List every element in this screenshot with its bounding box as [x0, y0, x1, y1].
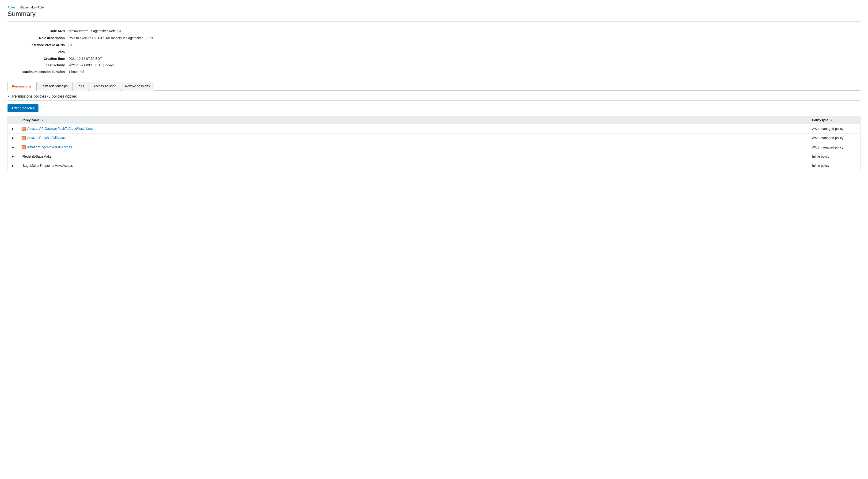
- table-row: ▶-SageMakerEndpointInvokeAccessInline po…: [8, 161, 861, 170]
- max-session-edit-link[interactable]: Edit: [80, 70, 85, 74]
- policy-type-cell: AWS managed policy: [809, 142, 861, 152]
- instance-profile-value: ⧉: [68, 43, 73, 47]
- col-policy-type-header[interactable]: Policy type ▼: [809, 116, 861, 124]
- tab-revoke-sessions[interactable]: Revoke sessions: [121, 82, 154, 91]
- table-header-row: Policy name ▼ Policy type ▼: [8, 116, 861, 124]
- policy-type-cell: Inline policy: [809, 152, 861, 161]
- table-row: ▶AmazonAPIGatewayPushToCloudWatchLogsAWS…: [8, 124, 861, 133]
- policy-name-link[interactable]: AmazonAPIGatewayPushToCloudWatchLogs: [27, 127, 93, 130]
- role-arn-suffix: -Sagemaker-Role: [90, 29, 116, 33]
- path-value: /: [68, 50, 69, 54]
- permissions-section: ▼ Permissions policies (5 policies appli…: [7, 91, 861, 170]
- attach-policies-button[interactable]: Attach policies: [7, 104, 38, 112]
- max-session-value: 1 hour Edit: [68, 70, 85, 74]
- last-activity-text: 2021-10-21 09:16 EDT (Today): [68, 63, 114, 67]
- role-description-separator: |: [145, 36, 146, 40]
- policy-name-text: -Redshift-SageMaker: [22, 155, 53, 158]
- tab-trust-relationships[interactable]: Trust relationships: [36, 82, 72, 91]
- breadcrumb-roles-link[interactable]: Roles: [7, 6, 15, 9]
- role-description-row: Role description Role to execute H2O-3 /…: [7, 35, 861, 41]
- policy-type-cell: AWS managed policy: [809, 133, 861, 142]
- policy-name-cell: AmazonRedshiftFullAccess: [18, 133, 809, 142]
- policy-name-link[interactable]: AmazonSageMakerFullAccess: [27, 145, 72, 149]
- expand-cell: ▶: [8, 124, 18, 133]
- last-activity-value: 2021-10-21 09:16 EDT (Today): [68, 63, 114, 67]
- policy-type-cell: Inline policy: [809, 161, 861, 170]
- expand-cell: ▶: [8, 133, 18, 142]
- policy-icon: [22, 127, 26, 131]
- role-description-text: Role to execute H2O-3 / DAI models in Sa…: [68, 36, 143, 40]
- copy-arn-button[interactable]: ⧉: [118, 29, 122, 33]
- breadcrumb: Roles > -Sagemaker-Role: [7, 6, 861, 9]
- policy-name-cell: -SageMakerEndpointInvokeAccess: [18, 161, 809, 170]
- expand-button[interactable]: ▶: [11, 155, 15, 159]
- tabs-container: Permissions Trust relationships Tags Acc…: [7, 82, 861, 91]
- title-divider: [7, 21, 861, 22]
- expand-button[interactable]: ▶: [11, 136, 15, 140]
- summary-table: Role ARN arn:aws:iam:: -Sagemaker-Role ⧉…: [7, 27, 861, 75]
- role-arn-label: Role ARN: [7, 29, 68, 33]
- max-session-label: Maximum session duration: [7, 70, 68, 74]
- policy-icon: [22, 136, 26, 140]
- col-checkbox-header: [8, 116, 18, 124]
- expand-button[interactable]: ▶: [11, 127, 15, 131]
- policy-name-text: -SageMakerEndpointInvokeAccess: [22, 164, 73, 167]
- tab-permissions[interactable]: Permissions: [7, 82, 36, 91]
- role-arn-value: arn:aws:iam:: -Sagemaker-Role ⧉: [68, 29, 122, 33]
- expand-cell: ▶: [8, 152, 18, 161]
- col-policy-name-header[interactable]: Policy name ▼: [18, 116, 809, 124]
- policy-name-link[interactable]: AmazonRedshiftFullAccess: [27, 136, 67, 139]
- policy-type-sort-icon: ▼: [830, 119, 833, 122]
- expand-button[interactable]: ▶: [11, 146, 15, 150]
- policy-name-cell: AmazonSageMakerFullAccess: [18, 142, 809, 152]
- role-arn-text: arn:aws:iam::: [68, 29, 88, 33]
- copy-instance-profile-button[interactable]: ⧉: [68, 43, 73, 47]
- policy-name-sort-icon: ▼: [41, 119, 44, 122]
- expand-cell: ▶: [8, 142, 18, 152]
- expand-button[interactable]: ▶: [11, 164, 15, 168]
- policy-type-cell: AWS managed policy: [809, 124, 861, 133]
- creation-time-text: 2021-10-12 07:56 EDT: [68, 57, 102, 61]
- policy-icon: [22, 145, 26, 150]
- breadcrumb-current: -Sagemaker-Role: [20, 6, 43, 9]
- role-description-value: Role to execute H2O-3 / DAI models in Sa…: [68, 36, 153, 40]
- section-header: ▼ Permissions policies (5 policies appli…: [7, 91, 861, 101]
- collapse-icon[interactable]: ▼: [7, 95, 10, 98]
- max-session-row: Maximum session duration 1 hour Edit: [7, 68, 861, 75]
- expand-cell: ▶: [8, 161, 18, 170]
- path-row: Path /: [7, 49, 861, 55]
- path-text: /: [68, 50, 69, 54]
- tab-access-advisor[interactable]: Access Advisor: [89, 82, 120, 91]
- last-activity-label: Last activity: [7, 63, 68, 67]
- role-arn-row: Role ARN arn:aws:iam:: -Sagemaker-Role ⧉: [7, 27, 861, 35]
- role-description-label: Role description: [7, 36, 68, 40]
- creation-time-value: 2021-10-12 07:56 EDT: [68, 57, 102, 61]
- policies-table: Policy name ▼ Policy type ▼ ▶AmazonAPIGa…: [7, 116, 861, 170]
- max-session-text: 1 hour: [68, 70, 78, 74]
- page-title: Summary: [7, 10, 861, 18]
- tab-tags[interactable]: Tags: [72, 82, 88, 91]
- path-label: Path: [7, 50, 68, 54]
- policy-name-cell: -Redshift-SageMaker: [18, 152, 809, 161]
- instance-profile-label: Instance Profile ARNs: [7, 43, 68, 47]
- table-row: ▶AmazonRedshiftFullAccessAWS managed pol…: [8, 133, 861, 142]
- instance-profile-row: Instance Profile ARNs ⧉: [7, 41, 861, 49]
- creation-time-label: Creation time: [7, 57, 68, 61]
- role-description-edit-link[interactable]: Edit: [147, 36, 153, 40]
- table-row: ▶AmazonSageMakerFullAccessAWS managed po…: [8, 142, 861, 152]
- breadcrumb-separator: >: [17, 6, 18, 9]
- last-activity-row: Last activity 2021-10-21 09:16 EDT (Toda…: [7, 62, 861, 68]
- creation-time-row: Creation time 2021-10-12 07:56 EDT: [7, 55, 861, 62]
- table-row: ▶-Redshift-SageMakerInline policy: [8, 152, 861, 161]
- section-title: Permissions policies (5 policies applied…: [12, 94, 79, 98]
- policy-name-cell: AmazonAPIGatewayPushToCloudWatchLogs: [18, 124, 809, 133]
